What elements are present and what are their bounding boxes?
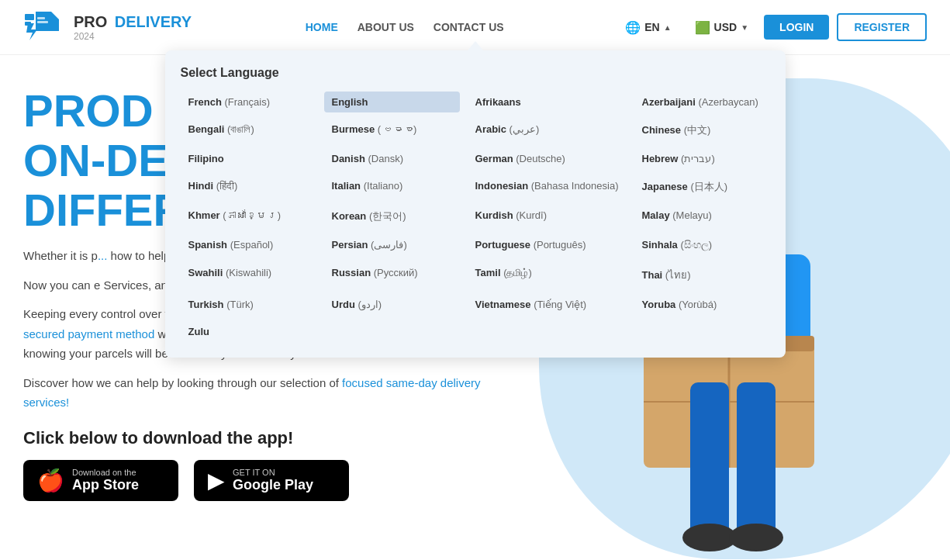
lang-chevron-icon: ▲: [664, 23, 672, 32]
svg-marker-6: [26, 23, 37, 40]
nav-about[interactable]: ABOUT US: [358, 21, 414, 33]
language-option[interactable]: Bengali (বাঙালি): [181, 119, 316, 142]
logo-year: 2024: [74, 31, 192, 42]
language-option[interactable]: Khmer (ភាសាខ្មែរ): [181, 205, 316, 228]
flag-icon: 🟩: [695, 20, 710, 35]
language-option[interactable]: Kurdish (Kurdî): [468, 205, 627, 228]
currency-label: USD: [714, 21, 738, 33]
language-option[interactable]: Sinhala (සිංහල): [634, 234, 770, 256]
language-option[interactable]: Urdu (اردو): [324, 294, 460, 315]
app-store-small: Download on the: [72, 468, 139, 477]
nav-home[interactable]: HOME: [306, 21, 338, 33]
language-option[interactable]: Afrikaans: [468, 92, 627, 112]
language-option[interactable]: Portuguese (Português): [468, 234, 627, 256]
apple-icon: 🍎: [37, 468, 64, 493]
dropdown-caret: [468, 41, 483, 50]
language-option[interactable]: Turkish (Türk): [181, 294, 316, 315]
google-play-small: GET IT ON: [233, 468, 313, 477]
svg-rect-21: [737, 382, 776, 538]
app-store-text: Download on the App Store: [72, 468, 139, 493]
language-option[interactable]: Japanese (日本人): [634, 175, 770, 199]
svg-rect-4: [37, 17, 45, 19]
language-option[interactable]: Russian (Русский): [324, 262, 460, 288]
language-option[interactable]: Swahili (Kiswahili): [181, 262, 316, 288]
language-option[interactable]: Arabic (عربي): [468, 119, 627, 142]
language-option[interactable]: Indonesian (Bahasa Indonesia): [468, 175, 627, 199]
language-option[interactable]: Tamil (தமிழ்): [468, 262, 627, 288]
nav-contact[interactable]: CONTACT US: [434, 21, 504, 33]
hero-paragraph-4: Discover how we can help by looking thro…: [23, 373, 489, 413]
language-option[interactable]: Italian (Italiano): [324, 175, 460, 199]
app-store-big: App Store: [72, 477, 139, 493]
language-option[interactable]: Vietnamese (Tiếng Việt): [468, 294, 627, 315]
register-button[interactable]: REGISTER: [837, 13, 927, 41]
language-option[interactable]: Chinese (中文): [634, 119, 770, 142]
svg-point-23: [729, 524, 783, 551]
language-grid: French (Français)English Afrikaans Azerb…: [181, 92, 770, 342]
language-option[interactable]: Malay (Melayu): [634, 205, 770, 228]
logo-text: PRO DELIVERY 2024: [74, 13, 192, 42]
language-option[interactable]: French (Français): [181, 92, 316, 112]
nav: HOME ABOUT US CONTACT US: [306, 21, 504, 33]
logo: PRO DELIVERY 2024: [23, 8, 192, 47]
download-title: Click below to download the app!: [23, 428, 489, 448]
language-option[interactable]: English: [324, 92, 460, 112]
language-option[interactable]: Korean (한국어): [324, 205, 460, 228]
language-option[interactable]: Zulu: [181, 321, 316, 342]
language-dropdown-panel: Select Language French (Français)English…: [165, 50, 786, 358]
language-button[interactable]: 🌐 EN ▲: [617, 16, 679, 39]
svg-rect-0: [25, 14, 34, 20]
globe-icon: 🌐: [625, 20, 641, 35]
language-option[interactable]: Hindi (हिंदी): [181, 175, 316, 199]
language-option[interactable]: Azerbaijani (Azerbaycan): [634, 92, 770, 112]
language-option[interactable]: Thai (ไทย): [634, 262, 770, 288]
logo-delivery: DELIVERY: [115, 13, 192, 30]
language-option[interactable]: Danish (Dansk): [324, 148, 460, 169]
google-play-icon: ▶: [208, 468, 225, 493]
app-store-button[interactable]: 🍎 Download on the App Store: [23, 460, 178, 501]
language-option[interactable]: Filipino: [181, 148, 316, 169]
language-option[interactable]: German (Deutsche): [468, 148, 627, 169]
google-play-big: Google Play: [233, 477, 313, 493]
lang-label: EN: [644, 21, 659, 33]
svg-rect-20: [690, 382, 729, 538]
language-option[interactable]: Yoruba (Yorùbá): [634, 294, 770, 315]
language-option[interactable]: Hebrew (עברית): [634, 148, 770, 169]
svg-rect-5: [37, 21, 48, 23]
dropdown-title: Select Language: [181, 66, 770, 80]
language-option[interactable]: Burmese (ဗမာစာ): [324, 119, 460, 142]
language-option[interactable]: Persian (فارسی): [324, 234, 460, 256]
logo-icon: [23, 8, 66, 47]
logo-pro: PRO: [74, 13, 107, 30]
header-right: 🌐 EN ▲ 🟩 USD ▼ LOGIN REGISTER: [617, 13, 927, 41]
language-option[interactable]: Spanish (Español): [181, 234, 316, 256]
currency-chevron-icon: ▼: [741, 23, 748, 32]
svg-point-22: [682, 524, 737, 551]
language-dropdown: Select Language French (Français)English…: [165, 50, 786, 358]
google-play-button[interactable]: ▶ GET IT ON Google Play: [194, 460, 349, 501]
google-play-text: GET IT ON Google Play: [233, 468, 313, 493]
download-buttons: 🍎 Download on the App Store ▶ GET IT ON …: [23, 460, 489, 501]
login-button[interactable]: LOGIN: [764, 15, 829, 40]
currency-button[interactable]: 🟩 USD ▼: [687, 16, 756, 39]
